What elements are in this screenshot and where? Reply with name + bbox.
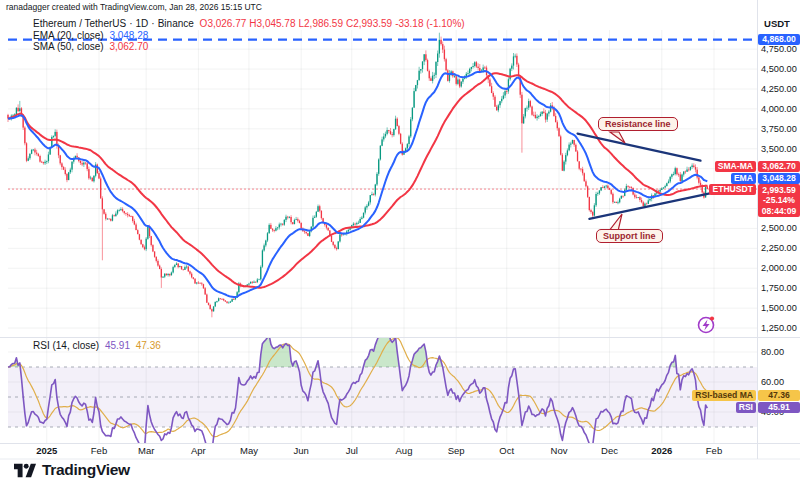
svg-text:4,000.00: 4,000.00 (761, 104, 797, 114)
sma-legend-value: 3,062.70 (109, 41, 148, 52)
rsi-legend[interactable]: RSI (14, close) 45.91 47.36 (33, 340, 164, 351)
svg-text:Feb: Feb (91, 445, 107, 456)
rsi-ma-axis-value-badge: 47.36 (758, 390, 800, 401)
svg-text:Apr: Apr (191, 445, 206, 456)
interval-label: 1D (136, 18, 149, 29)
ema-legend-value: 3,048.28 (109, 30, 148, 41)
ema-axis-label-badge: EMA (731, 173, 756, 184)
ohlc-high: H3,045.78 (249, 18, 295, 29)
svg-text:Mar: Mar (138, 445, 154, 456)
svg-text:4,500.00: 4,500.00 (761, 64, 797, 74)
ema-legend-label: EMA (20, close) (33, 30, 104, 41)
symbol-title: Ethereum / TetherUS (33, 18, 126, 29)
svg-text:Aug: Aug (396, 445, 413, 456)
tradingview-logo-text: TradingView (42, 461, 130, 479)
symbol-axis-label-badge: ETHUSDT (709, 184, 756, 195)
svg-text:3,500.00: 3,500.00 (761, 144, 797, 154)
tradingview-logo[interactable]: TradingView (14, 461, 130, 479)
svg-text:2,000.00: 2,000.00 (761, 263, 797, 273)
ohlc-low: L2,986.59 (298, 18, 343, 29)
ema-axis-value-badge: 3,048.28 (758, 173, 800, 184)
sma-legend-label: SMA (50, close) (33, 41, 104, 52)
ohlc-close: C2,993.59 (346, 18, 392, 29)
tradingview-chart-page: { "watermark": "ranadagger created with … (0, 0, 800, 495)
svg-text:2026: 2026 (651, 445, 672, 456)
svg-text:2,500.00: 2,500.00 (761, 223, 797, 233)
svg-text:Feb: Feb (706, 445, 722, 456)
rsi-axis-label-badge: RSI (736, 402, 756, 413)
resistance-line-callout[interactable]: Resistance line (598, 117, 678, 131)
rsi-legend-value: 45.91 (105, 340, 130, 351)
ema-legend[interactable]: EMA (20, close) 3,048.28 (33, 30, 151, 41)
flash-icon[interactable] (699, 316, 715, 332)
rsi-ma-axis-label-badge: RSI-based MA (692, 390, 756, 401)
svg-text:4,250.00: 4,250.00 (761, 84, 797, 94)
svg-text:1,500.00: 1,500.00 (761, 303, 797, 313)
svg-text:USDT: USDT (764, 18, 790, 29)
sma-legend[interactable]: SMA (50, close) 3,062.70 (33, 41, 151, 52)
svg-text:3,750.00: 3,750.00 (761, 124, 797, 134)
svg-text:Oct: Oct (499, 445, 514, 456)
last-price-change: -25.14% (761, 195, 797, 205)
svg-text:1,250.00: 1,250.00 (761, 323, 797, 333)
sma-axis-label-badge: SMA-MA (715, 161, 756, 172)
svg-text:Jul: Jul (346, 445, 358, 456)
exchange-label: Binance (158, 18, 194, 29)
rsi-axis-value-badge: 45.91 (758, 402, 800, 413)
svg-text:60.00: 60.00 (761, 377, 784, 387)
rsi-legend-label: RSI (14, close) (33, 340, 99, 351)
last-price-badge: 2,993.59 -25.14% 08:44:09 (758, 184, 800, 217)
ohlc-change: -33.18 (-1.10%) (395, 18, 464, 29)
symbol-legend[interactable]: Ethereum / TetherUS·1D·Binance O3,026.77… (33, 18, 468, 29)
rsi-ma-legend-value: 47.36 (136, 340, 161, 351)
tradingview-logo-icon (14, 463, 36, 478)
sma-axis-value-badge: 3,062.70 (758, 161, 800, 172)
svg-text:4,750.00: 4,750.00 (761, 44, 797, 54)
svg-text:Nov: Nov (551, 445, 568, 456)
svg-text:Jun: Jun (294, 445, 309, 456)
watermark: ranadagger created with TradingView.com,… (6, 2, 262, 12)
svg-text:1,750.00: 1,750.00 (761, 283, 797, 293)
svg-text:2025: 2025 (36, 445, 58, 456)
chart-canvas[interactable]: USDT4,750.004,500.004,250.004,000.003,75… (0, 0, 800, 495)
ath-price-badge: 4,868.00 (758, 34, 800, 45)
bar-countdown: 08:44:09 (761, 206, 797, 216)
ohlc-open: O3,026.77 (200, 18, 247, 29)
svg-text:2,250.00: 2,250.00 (761, 243, 797, 253)
svg-text:Sep: Sep (448, 445, 465, 456)
svg-text:May: May (240, 445, 258, 456)
svg-text:80.00: 80.00 (761, 347, 784, 357)
svg-text:Dec: Dec (601, 445, 618, 456)
support-line-callout[interactable]: Support line (596, 229, 663, 243)
last-price-value: 2,993.59 (761, 185, 797, 195)
